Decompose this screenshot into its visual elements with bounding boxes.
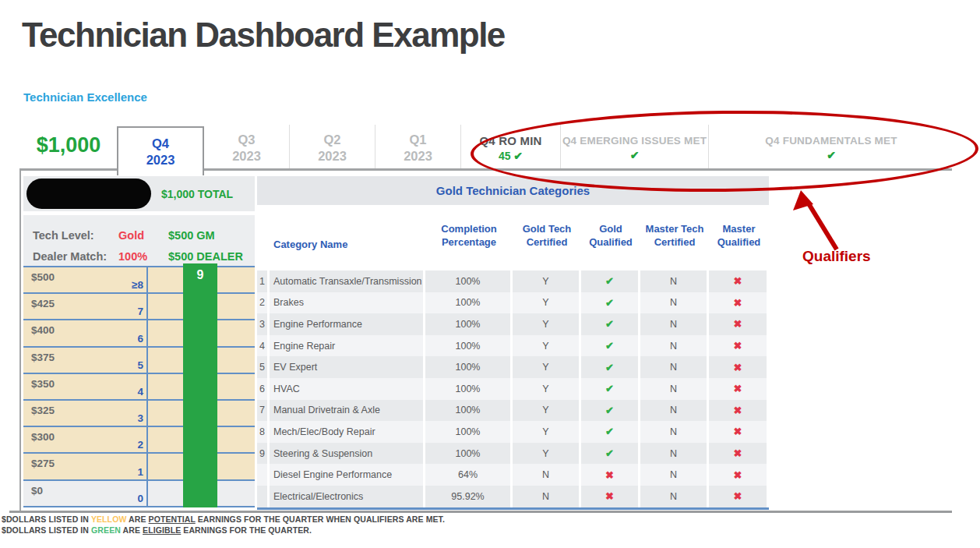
cell-category-name: Mech/Elec/Body Repair [270,421,425,443]
ladder-amount: $275 [31,458,55,469]
category-row: 2Brakes100%Y✔N✖ [257,292,769,314]
cell-gold-certified: Y [513,400,581,422]
cell-row-number: 9 [257,443,270,465]
qualifiers-circle-annotation [470,108,978,195]
tab-year-label: 2023 [404,148,432,164]
cell-gold-certified: Y [513,421,581,443]
cell-master-certified: N [640,356,709,378]
ladder-row: $4257 [23,292,255,319]
ladder-amount: $425 [31,298,55,309]
qualifiers-annotation-label: Qualifiers [802,248,871,265]
ladder-threshold: 0 [106,493,143,504]
x-icon: ✖ [709,464,769,486]
cell-row-number [257,464,270,486]
cell-completion: 100% [425,421,513,443]
cell-master-certified: N [640,292,709,314]
total-earnings-amount: $1,000 [23,133,114,157]
x-icon: ✖ [709,292,769,314]
cell-gold-certified: Y [513,378,581,400]
cell-row-number: 2 [257,292,270,314]
cell-category-name: EV Expert [270,356,425,378]
cell-row-number: 3 [257,313,270,335]
ladder-threshold: 5 [106,359,143,371]
x-icon: ✖ [709,335,769,357]
category-row: Diesel Engine Performance64%N✖N✖ [257,464,769,486]
tech-level-row: Tech Level: Gold $500 GM [23,225,255,246]
redacted-technician-name [26,179,151,209]
ladder-threshold: 6 [106,333,143,345]
cell-master-certified: N [640,378,709,400]
tab-year-label: 2023 [146,152,175,168]
tech-level-label: Tech Level: [33,229,118,242]
tab-quarter-label: Q1 [409,132,426,147]
tab-q3-2023[interactable]: Q32023 [204,125,290,171]
tab-quarter-label: Q2 [323,132,340,147]
cell-gold-certified: N [513,486,581,507]
ladder-amount: $350 [31,378,55,390]
technician-summary-info: Tech Level: Gold $500 GM Dealer Match: 1… [23,215,255,266]
cell-category-name: Brakes [270,292,425,314]
cell-row-number: 7 [257,400,270,422]
page-title: Technician Dashboard Example [22,16,505,55]
cell-master-certified: N [640,464,709,486]
dealer-match-value: 100% [118,250,168,263]
dealer-match-label: Dealer Match: [33,250,118,263]
category-row: 1Automatic Transaxle/Transmission100%Y✔N… [257,270,769,292]
cell-row-number [257,486,270,507]
ladder-amount: $300 [31,431,55,443]
ladder-amount: $375 [31,352,55,363]
header-cell-2: Gold Tech Certified [513,207,581,265]
category-row: Electrical/Electronics95.92%N✖N✖ [257,486,769,507]
panel-left-border [19,171,21,511]
ladder-amount: $400 [31,324,55,336]
x-icon: ✖ [709,270,769,292]
cell-completion: 100% [425,292,513,314]
cell-completion: 100% [425,270,513,292]
check-icon: ✔ [581,443,640,465]
tab-q1-2023[interactable]: Q12023 [375,125,461,171]
cell-completion: 100% [425,335,513,357]
cell-gold-certified: Y [513,270,581,292]
ladder-row: $3755 [23,346,255,373]
cell-completion: 100% [425,443,513,465]
x-icon: ✖ [709,400,769,422]
cell-category-name: Automatic Transaxle/Transmission [270,270,425,292]
category-row: 7Manual Drivetrain & Axle100%Y✔N✖ [257,400,769,422]
category-row: 8Mech/Elec/Body Repair100%Y✔N✖ [257,421,769,443]
cell-category-name: Steering & Suspension [270,443,425,465]
technician-dashboard: Technician Dashboard Example Technician … [0,0,980,548]
header-cell-3: Gold Qualified [581,207,640,265]
gold-technician-categories-table: Gold Technician Categories Category Name… [257,176,769,510]
category-row: 3Engine Performance100%Y✔N✖ [257,313,769,335]
categories-table-header: Category NameCompletion PercentageGold T… [257,207,769,265]
x-icon: ✖ [581,486,640,507]
ladder-threshold: 4 [106,386,143,398]
cell-gold-certified: Y [513,292,581,314]
check-icon: ✔ [581,356,640,378]
ladder-amount: $500 [31,271,55,283]
cell-master-certified: N [640,400,709,422]
check-icon: ✔ [581,292,640,314]
category-row: 9Steering & Suspension100%Y✔N✖ [257,443,769,465]
header-cell-5: Master Qualified [709,207,769,265]
cell-master-certified: N [640,335,709,357]
tab-quarter-label: Q3 [238,132,255,147]
ladder-row: $500≥8 [23,266,255,292]
header-cell-1: Completion Percentage [425,207,513,265]
tab-q4-2023[interactable]: Q42023 [117,126,204,175]
footer-divider [9,511,952,513]
report-subtitle: Technician Excellence [23,90,147,104]
tab-q2-2023[interactable]: Q22023 [290,125,375,171]
total-earnings-label: $1,000 TOTAL [161,188,233,200]
x-icon: ✖ [709,486,769,507]
ladder-amount: $0 [31,485,43,497]
ladder-threshold: 3 [106,412,143,424]
dealer-earning-value: $500 DEALER [168,250,255,263]
check-icon: ✔ [581,421,640,443]
x-icon: ✖ [709,443,769,465]
ladder-threshold: 2 [106,439,143,451]
cell-master-certified: N [640,313,709,335]
cell-gold-certified: N [513,464,581,486]
cell-category-name: Manual Drivetrain & Axle [270,400,425,422]
header-cell-4: Master Tech Certified [640,207,709,265]
